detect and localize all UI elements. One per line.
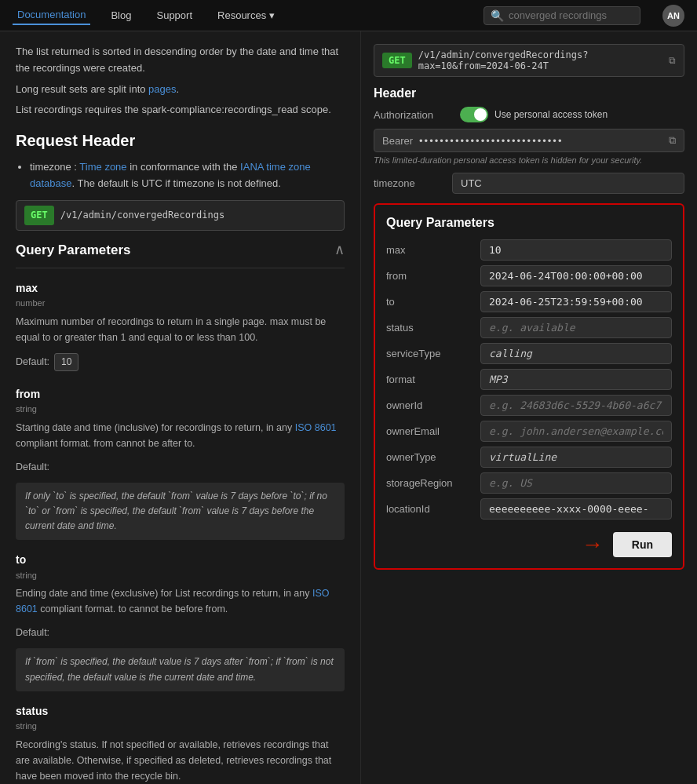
intro-line-1: The list returned is sorted in descendin… — [16, 44, 345, 77]
qp-row-ownertype: ownerType — [386, 447, 672, 468]
chevron-down-icon: ▾ — [269, 9, 275, 21]
qp-input-from[interactable] — [480, 265, 672, 286]
main-layout: The list returned is sorted in descendin… — [0, 31, 697, 784]
iana-link[interactable]: IANA time zone database — [30, 161, 311, 189]
qp-row-max: max — [386, 239, 672, 261]
bullet-timezone: timezone : Time zone in conformance with… — [30, 159, 345, 192]
qp-row-ownerid: ownerId — [386, 395, 672, 416]
iso8601-link-1[interactable]: ISO 8601 — [295, 422, 337, 433]
qp-input-max[interactable] — [480, 239, 672, 261]
request-header-title: Request Header — [16, 128, 345, 153]
nav-support[interactable]: Support — [151, 6, 197, 24]
url-get-badge: GET — [382, 53, 412, 68]
bearer-row: Bearer •••••••••••••••••••••••••••• ⧉ — [374, 129, 684, 152]
qp-label-storageregion: storageRegion — [386, 477, 473, 489]
url-path: /v1/admin/convergedRecordings?max=10&fro… — [418, 49, 669, 71]
qp-input-status[interactable] — [480, 317, 672, 338]
header-section-title: Header — [374, 86, 684, 100]
url-bar: GET /v1/admin/convergedRecordings?max=10… — [374, 44, 684, 77]
arrow-icon: → — [582, 532, 604, 557]
auth-toggle[interactable] — [460, 107, 488, 122]
bearer-label: Bearer — [382, 135, 413, 147]
qp-input-locationid[interactable] — [480, 498, 672, 520]
qp-row-locationid: locationId — [386, 498, 672, 520]
qp-input-ownerid[interactable] — [480, 395, 672, 416]
iso8601-link-2[interactable]: ISO 8601 — [16, 588, 330, 614]
qp-row-status: status — [386, 317, 672, 338]
qp-input-to[interactable] — [480, 291, 672, 312]
left-panel: The list returned is sorted in descendin… — [0, 31, 361, 784]
right-panel: GET /v1/admin/convergedRecordings?max=10… — [361, 31, 697, 784]
qp-row-to: to — [386, 291, 672, 312]
timezone-label: timezone — [374, 177, 452, 189]
param-max: max number Maximum number of recordings … — [16, 279, 345, 374]
qp-label-to: to — [386, 296, 473, 308]
token-note: This limited-duration personal access to… — [374, 155, 684, 165]
qp-label-max: max — [386, 244, 473, 256]
collapse-icon[interactable]: ∧ — [334, 239, 345, 261]
param-status: status string Recording's status. If not… — [16, 702, 345, 784]
header-bullets: timezone : Time zone in conformance with… — [16, 159, 345, 192]
run-button[interactable]: Run — [613, 532, 672, 557]
qp-label-ownertype: ownerType — [386, 451, 473, 463]
timezone-link[interactable]: Time zone — [79, 161, 126, 173]
timezone-row: timezone — [374, 173, 684, 194]
qp-label-format: format — [386, 374, 473, 385]
to-note: If `from` is specified, the default valu… — [16, 648, 345, 691]
toggle-text: Use personal access token — [494, 109, 608, 120]
qp-title: Query Parameters — [386, 216, 672, 230]
qp-label-status: status — [386, 322, 473, 334]
param-to: to string Ending date and time (exclusiv… — [16, 551, 345, 691]
pages-link[interactable]: pages — [148, 83, 176, 95]
qp-label-locationid: locationId — [386, 503, 473, 515]
qp-label-from: from — [386, 270, 473, 282]
search-icon: 🔍 — [491, 9, 504, 22]
intro-line-2: Long result sets are split into pages. — [16, 82, 345, 98]
qp-input-owneremail[interactable] — [480, 421, 672, 442]
qp-row-owneremail: ownerEmail — [386, 421, 672, 442]
search-bar[interactable]: 🔍 — [484, 6, 640, 25]
search-input[interactable] — [509, 9, 633, 21]
qp-row-storageregion: storageRegion — [386, 472, 672, 494]
avatar: AN — [662, 5, 684, 27]
max-default-val: 10 — [54, 353, 78, 371]
qp-input-format[interactable] — [480, 369, 672, 390]
copy-bearer-icon[interactable]: ⧉ — [669, 134, 676, 147]
nav-documentation[interactable]: Documentation — [13, 5, 90, 25]
auth-label: Authorization — [374, 109, 452, 121]
query-params-section: Query Parameters ∧ — [16, 239, 345, 268]
intro-line-3: List recordings requires the spark-compl… — [16, 102, 345, 119]
qp-label-owneremail: ownerEmail — [386, 425, 473, 437]
nav-resources[interactable]: Resources ▾ — [213, 6, 279, 24]
get-badge: GET — [24, 206, 54, 225]
auth-row: Authorization Use personal access token — [374, 107, 684, 122]
qp-label-servicetype: serviceType — [386, 348, 473, 359]
qp-input-ownertype[interactable] — [480, 447, 672, 468]
run-btn-row: → Run — [386, 532, 672, 557]
query-params-box: Query Parameters max from to status — [374, 203, 684, 570]
from-note: If only `to` is specified, the default `… — [16, 483, 345, 541]
qp-row-from: from — [386, 265, 672, 286]
qp-label-ownerid: ownerId — [386, 399, 473, 411]
param-from: from string Starting date and time (incl… — [16, 385, 345, 541]
top-nav: Documentation Blog Support Resources ▾ 🔍… — [0, 0, 697, 31]
bearer-token: •••••••••••••••••••••••••••• — [419, 135, 662, 147]
nav-blog[interactable]: Blog — [106, 6, 136, 24]
auth-toggle-wrap: Use personal access token — [460, 107, 608, 122]
qp-row-servicetype: serviceType — [386, 343, 672, 364]
timezone-input[interactable] — [452, 173, 684, 194]
qp-row-format: format — [386, 369, 672, 390]
endpoint-line: GET /v1/admin/convergedRecordings — [16, 200, 345, 231]
copy-url-icon[interactable]: ⧉ — [669, 55, 676, 66]
endpoint-path: /v1/admin/convergedRecordings — [60, 208, 225, 223]
query-params-title: Query Parameters — [16, 239, 130, 261]
qp-input-servicetype[interactable] — [480, 343, 672, 364]
qp-input-storageregion[interactable] — [480, 472, 672, 494]
